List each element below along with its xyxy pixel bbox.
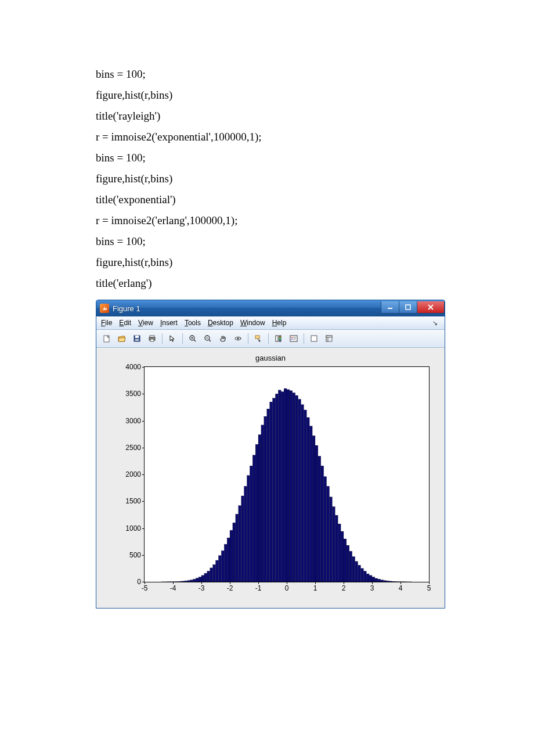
svg-rect-107 [375,578,378,582]
code-line: bins = 100; [96,64,438,85]
svg-rect-20 [276,336,278,341]
svg-rect-48 [207,571,210,582]
svg-rect-112 [389,581,392,582]
svg-rect-96 [344,539,347,582]
svg-rect-45 [199,577,201,582]
zoom-out-icon [204,334,212,343]
svg-rect-113 [392,581,395,582]
code-line: title('erlang') [96,273,438,294]
svg-rect-22 [290,336,297,341]
menu-file[interactable]: File [101,319,112,327]
maximize-icon [405,304,411,310]
new-file-icon [103,334,111,343]
pan-button[interactable] [216,332,230,345]
svg-rect-73 [278,390,281,582]
code-line: title('exponential') [96,189,438,210]
svg-rect-59 [239,506,241,582]
menu-window[interactable]: Window [240,319,265,327]
figure-toolbar [96,330,445,348]
svg-rect-41 [187,581,190,582]
minimize-button[interactable] [381,301,399,314]
code-line: figure,hist(r,bins) [96,168,438,189]
zoom-in-button[interactable] [186,332,200,345]
svg-rect-64 [252,455,255,582]
zoom-out-button[interactable] [201,332,215,345]
menu-tools[interactable]: Tools [185,319,201,327]
svg-rect-62 [247,476,250,582]
dock-arrow-icon[interactable]: ↘ [432,319,440,327]
open-button[interactable] [115,332,129,345]
window-title: Figure 1 [113,304,140,313]
svg-rect-53 [221,550,224,582]
show-plot-tools-button[interactable] [322,332,336,345]
insert-legend-button[interactable] [287,332,301,345]
data-cursor-icon [254,334,262,343]
svg-rect-40 [185,581,187,582]
data-cursor-button[interactable] [251,332,265,345]
svg-rect-82 [304,410,306,582]
new-figure-button[interactable] [100,332,114,345]
edit-plot-button[interactable] [165,332,179,345]
svg-rect-90 [327,486,330,582]
menu-desktop[interactable]: Desktop [208,319,233,327]
svg-point-19 [259,340,261,342]
svg-rect-38 [179,581,182,582]
svg-rect-78 [293,393,295,582]
print-button[interactable] [145,332,159,345]
code-line: title('rayleigh') [96,106,438,127]
svg-rect-81 [301,405,304,582]
menu-insert[interactable]: Insert [160,319,178,327]
svg-rect-105 [369,575,372,582]
svg-rect-52 [218,556,221,582]
svg-rect-21 [279,336,281,341]
svg-rect-66 [258,435,261,582]
window-titlebar[interactable]: Figure 1 [96,300,445,316]
svg-rect-8 [150,339,154,341]
matlab-figure-window: Figure 1 File Edit View Insert Tools Des… [96,300,445,609]
rotate-3d-button[interactable] [231,332,245,345]
maximize-button[interactable] [399,301,417,314]
menu-edit[interactable]: Edit [119,319,131,327]
svg-rect-43 [193,579,196,582]
svg-point-17 [237,338,239,340]
svg-rect-60 [241,496,244,582]
svg-rect-76 [287,390,290,582]
svg-rect-56 [230,530,233,582]
close-button[interactable] [417,301,445,314]
code-line: r = imnoise2('exponential',100000,1); [96,127,438,147]
code-block: bins = 100; figure,hist(r,bins) title('r… [96,64,438,294]
svg-rect-71 [273,398,276,582]
legend-icon [290,334,298,343]
svg-rect-98 [349,551,352,582]
menu-bar: File Edit View Insert Tools Desktop Wind… [96,316,445,330]
insert-colorbar-button[interactable] [272,332,286,345]
code-line: r = imnoise2('erlang',100000,1); [96,210,438,231]
svg-rect-80 [298,399,301,582]
svg-rect-75 [284,388,287,582]
svg-rect-1 [406,305,410,309]
svg-rect-99 [352,557,355,582]
svg-rect-79 [295,395,298,582]
svg-rect-18 [255,336,259,339]
svg-rect-72 [275,394,278,582]
code-line: bins = 100; [96,147,438,168]
code-line: bins = 100; [96,231,438,252]
arrow-cursor-icon [168,334,176,343]
hide-plot-tools-button[interactable] [307,332,321,345]
svg-rect-68 [264,416,267,582]
save-button[interactable] [130,332,144,345]
menu-view[interactable]: View [138,319,153,327]
svg-rect-58 [236,514,239,582]
svg-rect-0 [388,308,392,309]
hide-plot-tools-icon [310,334,318,343]
hand-icon [219,334,227,343]
svg-line-14 [209,340,211,341]
menu-help[interactable]: Help [272,319,287,327]
svg-rect-4 [135,336,139,338]
chart-axes[interactable]: 05001000150020002500300035004000 -5-4-3-… [144,366,430,582]
svg-rect-103 [363,571,366,582]
svg-rect-57 [233,523,236,582]
svg-rect-110 [384,581,387,582]
zoom-in-icon [189,334,197,343]
svg-rect-88 [321,466,324,582]
